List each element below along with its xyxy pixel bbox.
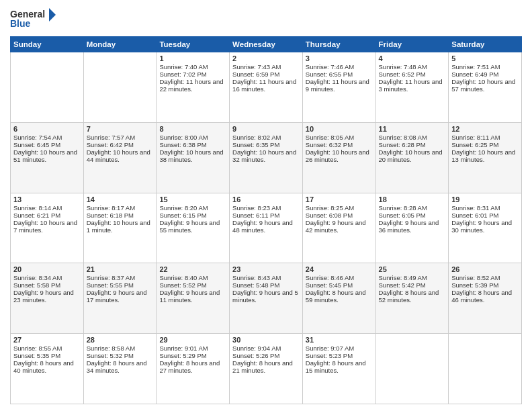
- sunset-text: Sunset: 5:52 PM: [159, 281, 226, 289]
- day-number: 25: [379, 265, 446, 273]
- calendar-cell: 2Sunrise: 7:43 AMSunset: 6:59 PMDaylight…: [230, 52, 303, 123]
- daylight-text: Daylight: 11 hours and 3 minutes.: [379, 78, 446, 93]
- day-number: 6: [13, 125, 81, 133]
- sunrise-text: Sunrise: 8:46 AM: [306, 274, 373, 281]
- calendar-cell: [375, 334, 449, 404]
- weekday-header-sunday: Sunday: [11, 37, 84, 52]
- sunset-text: Sunset: 5:32 PM: [87, 352, 154, 359]
- weekday-header-friday: Friday: [375, 37, 449, 52]
- sunset-text: Sunset: 6:01 PM: [451, 212, 519, 219]
- sunrise-text: Sunrise: 7:51 AM: [451, 63, 519, 71]
- sunrise-text: Sunrise: 8:34 AM: [13, 274, 81, 281]
- sunrise-text: Sunrise: 8:17 AM: [87, 204, 154, 212]
- svg-marker-2: [49, 8, 56, 21]
- calendar-table: SundayMondayTuesdayWednesdayThursdayFrid…: [10, 36, 522, 404]
- daylight-text: Daylight: 8 hours and 59 minutes.: [306, 289, 373, 304]
- sunrise-text: Sunrise: 7:43 AM: [232, 63, 300, 71]
- svg-text:Blue: Blue: [10, 18, 31, 29]
- daylight-text: Daylight: 9 hours and 55 minutes.: [159, 219, 226, 234]
- sunrise-text: Sunrise: 9:07 AM: [306, 345, 373, 352]
- daylight-text: Daylight: 8 hours and 15 minutes.: [306, 359, 373, 374]
- daylight-text: Daylight: 8 hours and 21 minutes.: [232, 359, 300, 374]
- calendar-cell: [83, 52, 157, 123]
- sunset-text: Sunset: 6:18 PM: [87, 212, 154, 219]
- day-number: 8: [159, 125, 226, 133]
- sunset-text: Sunset: 5:39 PM: [451, 281, 519, 289]
- calendar-week-row: 20Sunrise: 8:34 AMSunset: 5:58 PMDayligh…: [11, 263, 522, 334]
- daylight-text: Daylight: 10 hours and 57 minutes.: [451, 78, 519, 93]
- sunrise-text: Sunrise: 8:00 AM: [159, 134, 226, 141]
- calendar-cell: 14Sunrise: 8:17 AMSunset: 6:18 PMDayligh…: [83, 193, 157, 263]
- day-number: 16: [232, 195, 300, 203]
- sunrise-text: Sunrise: 8:40 AM: [159, 274, 226, 281]
- day-number: 24: [306, 265, 373, 273]
- calendar-cell: 16Sunrise: 8:23 AMSunset: 6:11 PMDayligh…: [230, 193, 303, 263]
- daylight-text: Daylight: 11 hours and 9 minutes.: [306, 78, 373, 93]
- calendar-cell: 19Sunrise: 8:31 AMSunset: 6:01 PMDayligh…: [449, 193, 522, 263]
- sunset-text: Sunset: 5:45 PM: [306, 281, 373, 289]
- day-number: 28: [87, 336, 154, 344]
- sunrise-text: Sunrise: 7:48 AM: [379, 63, 446, 71]
- day-number: 21: [87, 265, 154, 273]
- daylight-text: Daylight: 10 hours and 51 minutes.: [13, 148, 81, 163]
- weekday-header-row: SundayMondayTuesdayWednesdayThursdayFrid…: [11, 37, 522, 52]
- sunset-text: Sunset: 6:25 PM: [451, 141, 519, 148]
- sunrise-text: Sunrise: 7:54 AM: [13, 134, 81, 141]
- sunrise-text: Sunrise: 8:55 AM: [13, 345, 81, 352]
- daylight-text: Daylight: 10 hours and 1 minute.: [87, 219, 154, 234]
- daylight-text: Daylight: 9 hours and 5 minutes.: [232, 289, 300, 304]
- calendar-cell: 22Sunrise: 8:40 AMSunset: 5:52 PMDayligh…: [157, 263, 230, 334]
- calendar-week-row: 13Sunrise: 8:14 AMSunset: 6:21 PMDayligh…: [11, 193, 522, 263]
- logo: GeneralBlue: [10, 7, 57, 31]
- day-number: 23: [232, 265, 300, 273]
- sunset-text: Sunset: 6:38 PM: [159, 141, 226, 148]
- sunrise-text: Sunrise: 8:14 AM: [13, 204, 81, 212]
- daylight-text: Daylight: 9 hours and 17 minutes.: [87, 289, 154, 304]
- day-number: 14: [87, 195, 154, 203]
- daylight-text: Daylight: 8 hours and 27 minutes.: [159, 359, 226, 374]
- daylight-text: Daylight: 8 hours and 34 minutes.: [87, 359, 154, 374]
- sunset-text: Sunset: 5:26 PM: [232, 352, 300, 359]
- day-number: 31: [306, 336, 373, 344]
- day-number: 5: [451, 54, 519, 62]
- calendar-cell: [11, 52, 84, 123]
- calendar-cell: 30Sunrise: 9:04 AMSunset: 5:26 PMDayligh…: [230, 334, 303, 404]
- daylight-text: Daylight: 8 hours and 46 minutes.: [451, 289, 519, 304]
- weekday-header-thursday: Thursday: [302, 37, 375, 52]
- calendar-cell: 18Sunrise: 8:28 AMSunset: 6:05 PMDayligh…: [375, 193, 449, 263]
- sunrise-text: Sunrise: 8:52 AM: [451, 274, 519, 281]
- calendar-cell: 27Sunrise: 8:55 AMSunset: 5:35 PMDayligh…: [11, 334, 84, 404]
- calendar-cell: 15Sunrise: 8:20 AMSunset: 6:15 PMDayligh…: [157, 193, 230, 263]
- sunrise-text: Sunrise: 8:25 AM: [306, 204, 373, 212]
- day-number: 9: [232, 125, 300, 133]
- daylight-text: Daylight: 9 hours and 48 minutes.: [232, 219, 300, 234]
- daylight-text: Daylight: 10 hours and 20 minutes.: [379, 148, 446, 163]
- sunrise-text: Sunrise: 8:02 AM: [232, 134, 300, 141]
- calendar-cell: 5Sunrise: 7:51 AMSunset: 6:49 PMDaylight…: [449, 52, 522, 123]
- daylight-text: Daylight: 10 hours and 32 minutes.: [232, 148, 300, 163]
- calendar-cell: 4Sunrise: 7:48 AMSunset: 6:52 PMDaylight…: [375, 52, 449, 123]
- sunrise-text: Sunrise: 8:37 AM: [87, 274, 154, 281]
- sunset-text: Sunset: 6:49 PM: [451, 71, 519, 78]
- daylight-text: Daylight: 8 hours and 52 minutes.: [379, 289, 446, 304]
- calendar-cell: 10Sunrise: 8:05 AMSunset: 6:32 PMDayligh…: [302, 122, 375, 193]
- sunrise-text: Sunrise: 9:01 AM: [159, 345, 226, 352]
- sunset-text: Sunset: 5:29 PM: [159, 352, 226, 359]
- calendar-cell: 20Sunrise: 8:34 AMSunset: 5:58 PMDayligh…: [11, 263, 84, 334]
- day-number: 12: [451, 125, 519, 133]
- weekday-header-wednesday: Wednesday: [230, 37, 303, 52]
- sunrise-text: Sunrise: 8:11 AM: [451, 134, 519, 141]
- sunset-text: Sunset: 6:08 PM: [306, 212, 373, 219]
- header: GeneralBlue: [10, 7, 522, 31]
- sunset-text: Sunset: 6:55 PM: [306, 71, 373, 78]
- sunrise-text: Sunrise: 8:08 AM: [379, 134, 446, 141]
- daylight-text: Daylight: 10 hours and 38 minutes.: [159, 148, 226, 163]
- sunset-text: Sunset: 6:35 PM: [232, 141, 300, 148]
- day-number: 26: [451, 265, 519, 273]
- daylight-text: Daylight: 10 hours and 7 minutes.: [13, 219, 81, 234]
- sunset-text: Sunset: 5:58 PM: [13, 281, 81, 289]
- calendar-cell: 3Sunrise: 7:46 AMSunset: 6:55 PMDaylight…: [302, 52, 375, 123]
- calendar-cell: 7Sunrise: 7:57 AMSunset: 6:42 PMDaylight…: [83, 122, 157, 193]
- sunset-text: Sunset: 5:23 PM: [306, 352, 373, 359]
- calendar-cell: 11Sunrise: 8:08 AMSunset: 6:28 PMDayligh…: [375, 122, 449, 193]
